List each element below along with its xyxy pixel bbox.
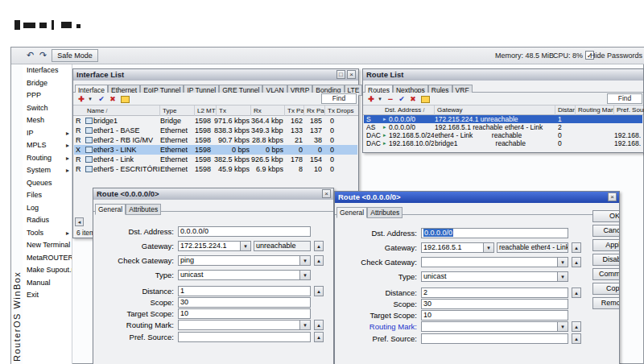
routing-mark-dropdown-icon[interactable]: ▾ <box>300 320 311 330</box>
sidebar-item-manual[interactable]: Manual <box>23 277 72 290</box>
routing-mark-unset-icon[interactable]: ▴ <box>314 320 324 330</box>
interface-row[interactable]: Rether2 - RB IG/MVEthernet159890.7 kbps2… <box>74 135 357 145</box>
disable-icon[interactable]: ✖ <box>408 94 418 104</box>
distance-unset-icon[interactable]: ▴ <box>572 287 581 298</box>
pref-source-field[interactable] <box>421 333 568 344</box>
check-gateway-unset-icon[interactable]: ▴ <box>572 257 581 267</box>
sidebar-item-metarouter[interactable]: MetaROUTER <box>23 252 72 265</box>
column-header-tx[interactable]: Tx <box>216 105 250 116</box>
scope-field[interactable]: 30 <box>421 299 568 309</box>
sidebar-item-make-supout[interactable]: Make Supout.rif <box>23 264 72 277</box>
column-header-l2mtu[interactable]: L2 MTU <box>194 105 216 116</box>
tab-attributes[interactable]: Attributes <box>126 204 161 215</box>
sidebar-item-ppp[interactable]: PPP <box>23 89 72 102</box>
pref-source-unset-icon[interactable]: ▴ <box>572 333 581 344</box>
gateway-field[interactable]: 192.168.5.1 <box>421 242 484 253</box>
scope-field[interactable]: 30 <box>178 297 311 308</box>
column-header-distance[interactable]: Distance <box>555 105 575 115</box>
cancel-button[interactable]: Cancel <box>592 225 620 237</box>
column-header-type[interactable]: Type <box>159 105 194 116</box>
sidebar-item-ip[interactable]: ▸IP <box>23 127 72 140</box>
dst-address-field[interactable]: 0.0.0.0/0 <box>178 226 311 237</box>
route-row[interactable]: AS▸0.0.0.0/0192.168.5.1 reachable ether4… <box>364 123 642 131</box>
dst-address-field[interactable]: 0.0.0.0/0 <box>421 228 568 238</box>
sidebar-item-exit[interactable]: Exit <box>23 289 72 302</box>
routing-mark-field[interactable] <box>421 321 558 332</box>
type-field[interactable]: unicast <box>178 270 300 280</box>
distance-field[interactable]: 2 <box>421 287 568 298</box>
sidebar-item-routing[interactable]: ▸Routing <box>23 152 72 165</box>
target-scope-field[interactable]: 10 <box>421 310 568 321</box>
sidebar-item-tools[interactable]: ▸Tools <box>23 227 72 240</box>
restore-icon[interactable]: □ <box>336 70 345 79</box>
column-header-routing-mark[interactable]: Routing Mark <box>575 105 613 115</box>
sidebar-item-files[interactable]: Files <box>23 189 72 202</box>
remove-icon[interactable]: − <box>386 94 395 104</box>
check-gateway-dropdown-icon[interactable]: ▾ <box>300 255 311 266</box>
route-dialog-titlebar[interactable]: Route <0.0.0.0/0> × <box>93 188 333 200</box>
sidebar-item-interfaces[interactable]: Interfaces <box>23 64 72 77</box>
ok-button[interactable]: OK <box>592 210 620 222</box>
check-gateway-dropdown-icon[interactable]: ▾ <box>558 257 568 267</box>
check-gateway-unset-icon[interactable]: ▴ <box>314 255 324 266</box>
column-header-pref-source[interactable]: Pref. Source <box>613 105 644 115</box>
interface-row-selected[interactable]: Xether3 - LINKEthernet15980 bps0 bps000 <box>74 145 357 155</box>
distance-field[interactable]: 1 <box>178 286 311 296</box>
target-scope-field[interactable]: 10 <box>178 308 311 319</box>
column-header-name[interactable]: Name / <box>85 105 159 116</box>
check-gateway-field[interactable]: ping <box>178 255 300 266</box>
column-header-rx[interactable]: Rx <box>250 105 284 116</box>
gateway-unset-icon[interactable]: ▴ <box>572 242 581 253</box>
comment-button[interactable]: Comment <box>592 268 620 280</box>
interface-row[interactable]: Rether5 - ESCRITÓRIOEthernet159845.9 kbp… <box>74 164 357 174</box>
copy-button[interactable]: Copy <box>592 283 620 295</box>
type-dropdown-icon[interactable]: ▾ <box>300 270 311 280</box>
column-header-rx-packets[interactable]: Rx Pac... <box>303 105 324 116</box>
find-box[interactable]: Find <box>607 93 642 104</box>
scroll-left-icon[interactable]: ◂ <box>75 217 84 226</box>
sidebar-item-queues[interactable]: Queues <box>23 177 72 190</box>
interface-row[interactable]: Rether1 - BASEEthernet1598838.3 kbps349.… <box>74 126 357 135</box>
interface-row[interactable]: Rether4 - LinkEthernet1598382.5 kbps926.… <box>74 155 357 164</box>
gateway-dropdown-icon[interactable]: ▾ <box>241 241 251 251</box>
close-icon[interactable]: × <box>347 70 356 79</box>
apply-button[interactable]: Apply <box>592 239 620 251</box>
close-icon[interactable]: × <box>322 189 331 198</box>
undo-icon[interactable]: ↶ <box>24 49 36 61</box>
redo-icon[interactable]: ↷ <box>37 49 49 61</box>
column-header-dst-address[interactable]: Dst. Address / <box>382 105 434 115</box>
column-header-tx-packets[interactable]: Tx Pac... <box>284 105 303 116</box>
tab-general[interactable]: General <box>336 207 367 218</box>
gateway-dropdown-icon[interactable]: ▾ <box>484 242 494 253</box>
check-gateway-field[interactable] <box>421 257 558 267</box>
pref-source-unset-icon[interactable]: ▴ <box>314 332 324 342</box>
sidebar-item-radius[interactable]: Radius <box>23 214 72 227</box>
comment-icon[interactable] <box>121 96 130 103</box>
add-dropdown-icon[interactable]: ▾ <box>375 94 385 104</box>
sidebar-item-mpls[interactable]: ▸MPLS <box>23 139 72 152</box>
find-box[interactable]: Find <box>321 93 357 104</box>
interface-row[interactable]: Rbridge1Bridge1598971.6 kbps364.4 kbps16… <box>74 116 357 126</box>
pref-source-field[interactable] <box>178 332 311 342</box>
sidebar-item-system[interactable]: ▸System <box>23 164 72 177</box>
sidebar-item-log[interactable]: Log <box>23 202 72 215</box>
sidebar-item-new-terminal[interactable]: New Terminal <box>23 239 72 252</box>
routing-mark-dropdown-icon[interactable]: ▾ <box>558 321 568 332</box>
sidebar-item-mesh[interactable]: Mesh <box>23 114 72 127</box>
route-dialog-titlebar[interactable]: Route <0.0.0.0/0> × <box>335 192 619 203</box>
disable-button[interactable]: Disable <box>592 254 620 266</box>
add-dropdown-icon[interactable]: ▾ <box>85 94 95 104</box>
comment-icon[interactable] <box>421 96 430 103</box>
remove-button[interactable]: Remove <box>592 297 620 309</box>
route-list-titlebar[interactable]: Route List <box>363 69 643 81</box>
column-header-gateway[interactable]: Gateway <box>434 105 555 115</box>
routing-mark-unset-icon[interactable]: ▴ <box>572 321 581 332</box>
distance-unset-icon[interactable]: ▴ <box>314 286 324 296</box>
routing-mark-field[interactable] <box>178 320 300 330</box>
enable-icon[interactable]: ✔ <box>97 94 106 104</box>
enable-icon[interactable]: ✔ <box>397 94 407 104</box>
route-row[interactable]: DAC▸192.168.5.0/24ether4 - Link reachabl… <box>364 131 642 139</box>
tab-attributes[interactable]: Attributes <box>367 207 402 218</box>
disable-icon[interactable]: ✖ <box>108 94 118 104</box>
sidebar-item-bridge[interactable]: Bridge <box>23 77 72 90</box>
